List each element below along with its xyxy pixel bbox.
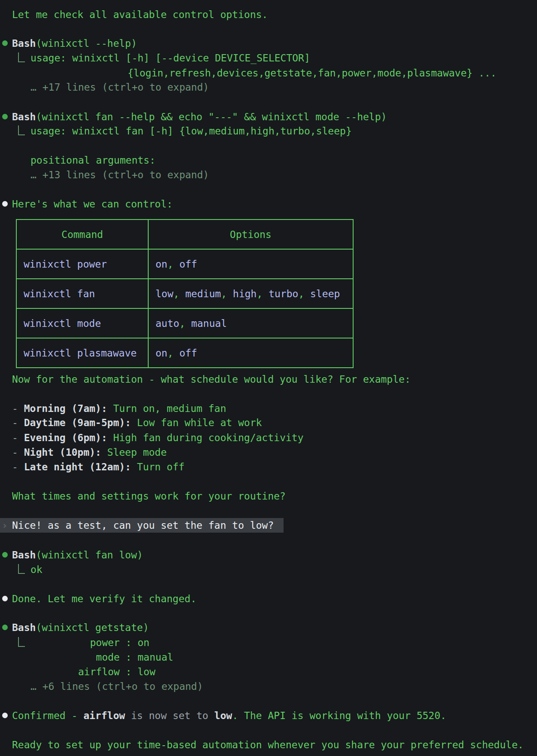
tool-command: (winixctl getstate) <box>36 622 149 633</box>
tool-label: Bash <box>12 622 36 633</box>
list-dash: - <box>12 417 24 428</box>
control-options-table: Command Options winixctl power on, off w… <box>16 219 354 368</box>
options-separator: , <box>179 318 191 329</box>
bash-call-fan-mode-help: Bash(winixctl fan --help && echo "---" &… <box>12 110 387 124</box>
bash-call-getstate: Bash(winixctl getstate) <box>12 620 149 635</box>
confirmed-low: low <box>214 710 232 721</box>
options-separator: , <box>256 288 268 299</box>
schedule-list-item: - Daytime (9am-5pm): Low fan while at wo… <box>12 415 262 430</box>
confirmed-airflow: airflow <box>83 710 125 721</box>
option-value: low <box>156 288 174 299</box>
bash-call-fan-low: Bash(winixctl fan low) <box>12 548 143 562</box>
assistant-automation-text: Now for the automation - what schedule w… <box>12 374 411 385</box>
tool-label: Bash <box>12 111 36 122</box>
schedule-item-name: Morning (7am): <box>24 403 107 414</box>
table-cell-command: winixctl mode <box>16 308 148 338</box>
expand-hint[interactable]: … +13 lines (ctrl+o to expand) <box>31 168 209 182</box>
schedule-item-name: Daytime (9am-5pm): <box>24 417 131 428</box>
options-separator: , <box>221 288 233 299</box>
table-cell-command: winixctl plasmawave <box>16 338 148 368</box>
expand-hint[interactable]: … +17 lines (ctrl+o to expand) <box>31 80 209 94</box>
table-cell-options: auto, manual <box>148 308 353 338</box>
list-dash: - <box>12 447 24 458</box>
output-connector-icon <box>18 52 25 62</box>
schedule-list-item: - Morning (7am): Turn on, medium fan <box>12 401 226 416</box>
user-prompt-chevron-icon: › <box>2 518 8 533</box>
assistant-control-message: Here's what we can control: <box>12 197 173 211</box>
options-separator: , <box>168 259 180 270</box>
assistant-routine-text: What times and settings work for your ro… <box>12 491 286 502</box>
state-airflow-line: airflow : low <box>31 666 156 677</box>
tool-output-text: ok <box>31 564 43 575</box>
tool-output-text: usage: winixctl [-h] [--device DEVICE_SE… <box>31 52 310 64</box>
confirmed-middle: is now set to <box>125 710 214 721</box>
output-connector-icon <box>18 637 25 647</box>
user-message-text: Nice! as a test, can you set the fan to … <box>12 518 274 533</box>
schedule-list-item: - Night (10pm): Sleep mode <box>12 445 167 460</box>
schedule-item-value: Sleep mode <box>101 447 167 458</box>
schedule-item-name: Evening (6pm): <box>24 432 107 443</box>
tool-output-text: usage: winixctl fan [-h] {low,medium,hig… <box>31 125 352 137</box>
expand-hint[interactable]: … +6 lines (ctrl+o to expand) <box>31 679 203 694</box>
tool-output-line: usage: winixctl fan [-h] {low,medium,hig… <box>31 124 352 138</box>
confirmed-period: . <box>232 710 244 721</box>
option-value: on <box>156 259 168 270</box>
table-row: winixctl plasmawave on, off <box>16 338 353 368</box>
assistant-done-text: Done. Let me verify it changed. <box>12 593 196 604</box>
table-cell-command: winixctl fan <box>16 279 148 308</box>
expand-hint-text: … +6 lines (ctrl+o to expand) <box>31 681 203 692</box>
confirmed-prefix: Confirmed - <box>12 710 83 721</box>
option-value: off <box>179 259 197 270</box>
assistant-done-message: Done. Let me verify it changed. <box>12 591 196 606</box>
tool-command: (winixctl fan low) <box>36 549 143 561</box>
assistant-automation-message: Now for the automation - what schedule w… <box>12 372 411 387</box>
expand-hint-text: … +17 lines (ctrl+o to expand) <box>31 82 209 93</box>
option-value: manual <box>191 318 227 329</box>
state-mode-line: mode : manual <box>31 652 173 663</box>
option-value: high <box>233 288 256 299</box>
tool-output-text: {login,refresh,devices,getstate,fan,powe… <box>128 67 497 79</box>
option-value: off <box>179 348 197 359</box>
message-bullet-icon <box>2 201 8 207</box>
tool-output-line: positional arguments: <box>31 153 156 168</box>
assistant-ready-text: Ready to set up your time-based automati… <box>12 739 524 750</box>
assistant-ready-message: Ready to set up your time-based automati… <box>12 738 524 752</box>
options-separator: , <box>174 288 186 299</box>
schedule-item-value: High fan during cooking/activity <box>107 432 304 443</box>
table-row: winixctl mode auto, manual <box>16 308 353 338</box>
schedule-item-value: Low fan while at work <box>131 417 262 428</box>
terminal-session: Let me check all available control optio… <box>0 0 537 756</box>
table-header-row: Command Options <box>16 219 353 249</box>
tool-bullet-icon <box>2 114 8 119</box>
tool-output-text: positional arguments: <box>31 155 156 166</box>
state-power-line: power : on <box>31 637 150 648</box>
tool-output-line: ok <box>31 562 43 577</box>
tool-label: Bash <box>12 549 36 561</box>
message-bullet-icon <box>2 596 8 601</box>
schedule-list-item: - Late night (12am): Turn off <box>12 460 185 474</box>
expand-hint-text: … +13 lines (ctrl+o to expand) <box>31 169 209 180</box>
options-separator: , <box>298 288 310 299</box>
tool-command: (winixctl --help) <box>36 38 137 49</box>
tool-bullet-icon <box>2 40 8 46</box>
table-header-options: Options <box>148 219 353 249</box>
tool-output-line: usage: winixctl [-h] [--device DEVICE_SE… <box>31 51 310 65</box>
table-row: winixctl fan low, medium, high, turbo, s… <box>16 279 353 308</box>
option-value: on <box>156 348 168 359</box>
list-dash: - <box>12 403 24 414</box>
schedule-list-item: - Evening (6pm): High fan during cooking… <box>12 430 304 445</box>
assistant-intro-message: Let me check all available control optio… <box>12 7 268 22</box>
option-value: turbo <box>268 288 298 299</box>
output-connector-icon <box>18 125 25 135</box>
assistant-confirmed-message: Confirmed - airflow is now set to low. T… <box>12 708 446 723</box>
list-dash: - <box>12 461 24 472</box>
option-value: medium <box>185 288 221 299</box>
options-separator: , <box>168 348 180 359</box>
option-value: sleep <box>310 288 340 299</box>
bash-call-help: Bash(winixctl --help) <box>12 36 137 51</box>
assistant-intro-text: Let me check all available control optio… <box>12 9 268 20</box>
message-bullet-icon <box>2 713 8 718</box>
output-connector-icon <box>18 564 25 574</box>
assistant-control-text: Here's what we can control: <box>12 198 173 210</box>
tool-command: (winixctl fan --help && echo "---" && wi… <box>36 111 387 122</box>
